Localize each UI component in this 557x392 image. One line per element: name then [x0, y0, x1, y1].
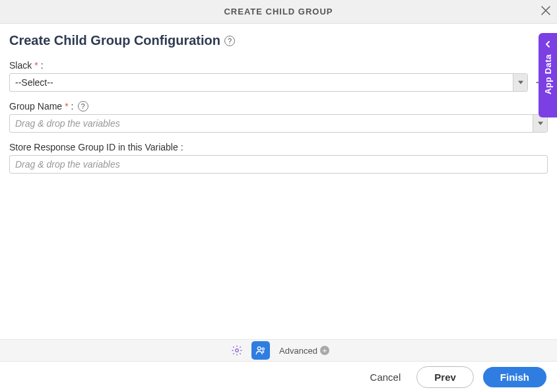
cancel-button[interactable]: Cancel	[364, 368, 408, 387]
field-label-row: Slack * :	[9, 60, 548, 71]
content-area: Create Child Group Configuration ? Slack…	[0, 24, 557, 174]
titlebar-title: CREATE CHILD GROUP	[224, 7, 333, 16]
svg-point-1	[257, 347, 261, 350]
slack-select[interactable]	[9, 73, 528, 92]
group-tab[interactable]	[251, 341, 270, 360]
store-variable-label: Store Response Group ID in this Variable…	[9, 142, 183, 152]
side-panel-toggle[interactable]: App Data	[539, 33, 557, 117]
side-panel-label: App Data	[543, 54, 553, 94]
slack-select-input[interactable]	[10, 74, 513, 91]
advanced-label: Advanced	[279, 346, 317, 356]
help-icon[interactable]: ?	[78, 101, 88, 112]
svg-point-2	[262, 348, 264, 350]
label-colon: :	[71, 101, 74, 112]
settings-tab[interactable]	[228, 341, 246, 360]
slack-label: Slack	[9, 60, 32, 71]
group-name-text-input[interactable]	[10, 115, 533, 132]
field-store-variable: Store Response Group ID in this Variable…	[9, 142, 548, 174]
plus-circle-icon: +	[320, 346, 329, 355]
label-colon: :	[41, 60, 44, 71]
field-label-row: Group Name * : ?	[9, 101, 548, 112]
help-icon[interactable]: ?	[224, 36, 235, 46]
finish-button[interactable]: Finish	[483, 367, 546, 387]
chevron-down-icon[interactable]	[513, 74, 527, 91]
titlebar: CREATE CHILD GROUP	[0, 0, 557, 24]
advanced-toggle[interactable]: Advanced +	[279, 346, 329, 356]
group-name-input[interactable]	[9, 114, 548, 133]
slack-combo-row	[9, 73, 548, 92]
svg-point-0	[236, 349, 239, 352]
close-icon[interactable]	[541, 6, 550, 18]
footer: Cancel Prev Finish	[0, 362, 557, 392]
store-variable-input[interactable]	[9, 155, 548, 174]
page-title-row: Create Child Group Configuration ?	[9, 33, 548, 48]
field-label-row: Store Response Group ID in this Variable…	[9, 142, 548, 152]
page-title: Create Child Group Configuration	[9, 33, 220, 48]
tabbar: Advanced +	[0, 339, 557, 362]
required-marker: *	[65, 101, 68, 112]
field-slack: Slack * :	[9, 60, 548, 92]
group-name-label: Group Name	[9, 101, 62, 112]
field-group-name: Group Name * : ?	[9, 101, 548, 133]
prev-button[interactable]: Prev	[416, 366, 474, 388]
chevron-left-icon	[544, 38, 551, 50]
required-marker: *	[34, 60, 38, 71]
